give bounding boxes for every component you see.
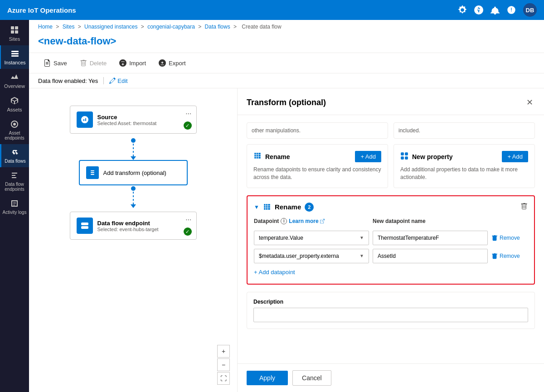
zoom-in-button[interactable]: + [217, 345, 230, 358]
new-name-input-1[interactable] [373, 231, 488, 245]
breadcrumb: Home > Sites > Unassigned instances > co… [29, 20, 544, 34]
datapoint-row-1: temperature.Value ▼ Remove [254, 231, 528, 245]
cancel-button[interactable]: Cancel [292, 370, 331, 386]
new-property-add-button[interactable]: + Add [502, 151, 528, 162]
new-name-input-2[interactable] [373, 249, 488, 263]
remove-icon-2 [491, 253, 498, 259]
import-icon [119, 59, 126, 67]
canvas-controls: + − ⛶ [217, 345, 230, 385]
sidebar-item-activity-logs[interactable]: Activity logs [0, 195, 29, 218]
endpoint-node-more[interactable]: ··· [185, 216, 191, 224]
learn-more-link[interactable]: Learn more [289, 218, 324, 224]
endpoint-node-check: ✓ [184, 227, 192, 236]
rename-section-delete-button[interactable] [520, 203, 528, 212]
svg-rect-5 [11, 53, 19, 54]
main-content: Home > Sites > Unassigned instances > co… [29, 20, 544, 392]
source-node-title: Source [97, 114, 190, 121]
breadcrumb-instance[interactable]: congenial-capybara [147, 24, 195, 30]
transform-panel-body: other manipulations. included. [238, 115, 544, 363]
sidebar-item-sites[interactable]: Sites [0, 22, 29, 45]
partial-card-left: other manipulations. [247, 122, 388, 139]
import-button[interactable]: Import [114, 57, 151, 69]
new-name-col-label: New datapoint name [373, 218, 426, 224]
rename-section-title: Rename [275, 203, 301, 211]
transform-node[interactable]: Add transform (optional) [79, 160, 188, 185]
description-input[interactable] [253, 308, 528, 322]
canvas-panel: Source Selected Asset: thermostat ··· ✓ [29, 88, 238, 392]
datapoint-select-2[interactable]: $metadata.user_property.externa ▼ [254, 249, 369, 263]
zoom-out-button[interactable]: − [217, 358, 230, 371]
app-title: Azure IoT Operations [7, 6, 76, 14]
sidebar-item-assets[interactable]: Assets [0, 92, 29, 116]
datapoint-col-label: Datapoint [254, 218, 279, 224]
source-node[interactable]: Source Selected Asset: thermostat ··· ✓ [70, 106, 197, 134]
instances-icon [10, 49, 19, 58]
source-node-icon [77, 111, 93, 128]
transform-node-icon [86, 166, 99, 179]
source-node-check: ✓ [184, 121, 192, 130]
sidebar-item-instances[interactable]: Instances [0, 45, 29, 69]
rename-collapse-icon[interactable]: ▼ [254, 204, 259, 210]
partial-cards-row: other manipulations. included. [247, 122, 535, 139]
connector-1 [131, 137, 136, 160]
dataflows-icon [11, 148, 20, 157]
new-property-card: New property + Add Add additional proper… [393, 144, 535, 188]
sidebar-item-overview[interactable]: Overview [0, 69, 29, 92]
page-title: <new-data-flow> [38, 35, 535, 47]
new-property-card-title: New property [412, 153, 452, 160]
rename-card-icon [253, 152, 262, 161]
remove-icon-1 [491, 235, 498, 241]
rename-section-badge: 2 [305, 203, 314, 212]
user-avatar[interactable]: DB [523, 3, 537, 17]
apply-button[interactable]: Apply [247, 371, 288, 385]
notification-icon[interactable] [491, 5, 500, 15]
rename-card-desc: Rename datapoints to ensure clarity and … [253, 166, 381, 181]
sidebar-item-dataflow-endpoints[interactable]: Data flow endpoints [0, 167, 29, 195]
dataflow-area: Source Selected Asset: thermostat ··· ✓ [29, 88, 544, 392]
rename-card-title: Rename [265, 153, 290, 160]
datapoint-row-2: $metadata.user_property.externa ▼ Remove [254, 249, 528, 263]
endpoint-node[interactable]: Data flow endpoint Selected: event-hubs-… [70, 212, 197, 240]
remove-row-1-button[interactable]: Remove [491, 235, 528, 241]
sidebar: Sites Instances Overview Assets [0, 20, 29, 392]
endpoint-node-sub: Selected: event-hubs-target [97, 227, 190, 232]
rename-add-button[interactable]: + Add [355, 151, 381, 162]
export-button[interactable]: Export [153, 57, 191, 69]
svg-point-7 [13, 123, 16, 126]
source-node-more[interactable]: ··· [185, 110, 191, 118]
reset-view-button[interactable]: ⛶ [217, 372, 230, 385]
close-button[interactable]: ✕ [525, 96, 535, 109]
settings-icon[interactable] [458, 5, 467, 15]
help-icon[interactable] [474, 5, 483, 15]
alerts-icon[interactable] [507, 5, 516, 15]
transform-node-label: Add transform (optional) [103, 169, 166, 176]
breadcrumb-home[interactable]: Home [38, 24, 53, 30]
svg-rect-0 [11, 26, 14, 29]
edit-link[interactable]: Edit [109, 77, 127, 84]
breadcrumb-dataflows[interactable]: Data flows [205, 24, 230, 30]
new-property-card-desc: Add additional properties to data to mak… [400, 166, 528, 181]
save-button[interactable]: Save [38, 57, 73, 69]
datapoint-select-1[interactable]: temperature.Value ▼ [254, 231, 369, 245]
breadcrumb-sites[interactable]: Sites [63, 24, 75, 30]
sidebar-item-asset-endpoints[interactable]: Asset endpoints [0, 116, 29, 144]
datapoint-info-icon[interactable]: i [281, 218, 287, 224]
transform-panel-header: Transform (optional) ✕ [238, 88, 544, 115]
action-bar: Apply Cancel [238, 363, 544, 392]
external-link-icon [320, 219, 325, 223]
svg-rect-2 [11, 30, 14, 34]
add-datapoint-button[interactable]: + Add datapoint [254, 267, 295, 277]
activity-logs-icon [10, 199, 19, 208]
asset-endpoints-icon [10, 120, 19, 129]
breadcrumb-unassigned[interactable]: Unassigned instances [84, 24, 137, 30]
delete-icon [80, 59, 87, 67]
svg-rect-4 [11, 51, 19, 52]
source-node-sub: Selected Asset: thermostat [97, 121, 190, 126]
transform-cards: Rename + Add Rename datapoints to ensure… [247, 144, 535, 188]
delete-button[interactable]: Delete [74, 57, 112, 69]
svg-rect-3 [15, 30, 18, 34]
status-bar: Data flow enabled: Yes Edit [29, 73, 544, 88]
sidebar-item-dataflows[interactable]: Data flows [0, 144, 29, 167]
assets-icon [10, 96, 19, 105]
remove-row-2-button[interactable]: Remove [491, 253, 528, 259]
